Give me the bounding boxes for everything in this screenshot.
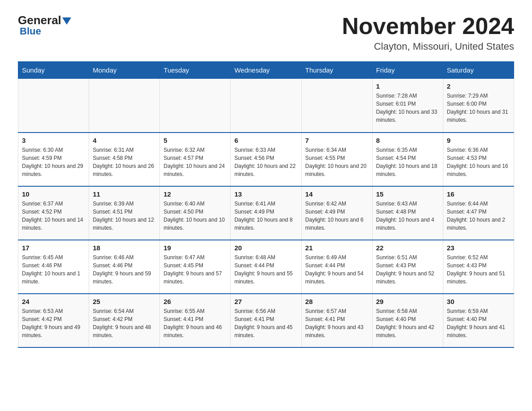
calendar-cell-w1-d6: 1Sunrise: 7:28 AM Sunset: 6:01 PM Daylig…: [372, 79, 443, 133]
calendar-cell-w1-d3: [160, 79, 231, 133]
day-number-20: 20: [234, 244, 297, 252]
day-number-1: 1: [376, 82, 439, 90]
calendar-cell-w4-d6: 22Sunrise: 6:51 AM Sunset: 4:43 PM Dayli…: [372, 240, 443, 294]
calendar-cell-w3-d2: 11Sunrise: 6:39 AM Sunset: 4:51 PM Dayli…: [89, 186, 160, 240]
calendar-cell-w4-d7: 23Sunrise: 6:52 AM Sunset: 4:43 PM Dayli…: [443, 240, 514, 294]
calendar-cell-w3-d4: 13Sunrise: 6:41 AM Sunset: 4:49 PM Dayli…: [231, 186, 301, 240]
day-info-12: Sunrise: 6:40 AM Sunset: 4:50 PM Dayligh…: [163, 200, 227, 232]
day-number-19: 19: [163, 244, 227, 252]
title-block: November 2024 Clayton, Missouri, United …: [342, 13, 514, 52]
calendar-cell-w4-d5: 21Sunrise: 6:49 AM Sunset: 4:44 PM Dayli…: [301, 240, 372, 294]
day-info-4: Sunrise: 6:31 AM Sunset: 4:58 PM Dayligh…: [93, 146, 156, 178]
day-info-30: Sunrise: 6:59 AM Sunset: 4:40 PM Dayligh…: [447, 307, 510, 339]
calendar-cell-w3-d3: 12Sunrise: 6:40 AM Sunset: 4:50 PM Dayli…: [160, 186, 231, 240]
calendar-cell-w1-d7: 2Sunrise: 7:29 AM Sunset: 6:00 PM Daylig…: [443, 79, 514, 133]
day-info-14: Sunrise: 6:42 AM Sunset: 4:49 PM Dayligh…: [305, 200, 369, 232]
calendar-cell-w2-d6: 8Sunrise: 6:35 AM Sunset: 4:54 PM Daylig…: [372, 133, 443, 186]
calendar-cell-w2-d1: 3Sunrise: 6:30 AM Sunset: 4:59 PM Daylig…: [18, 133, 89, 186]
calendar-cell-w3-d6: 15Sunrise: 6:43 AM Sunset: 4:48 PM Dayli…: [372, 186, 443, 240]
day-number-17: 17: [22, 244, 85, 252]
day-info-26: Sunrise: 6:55 AM Sunset: 4:41 PM Dayligh…: [163, 307, 227, 339]
day-number-14: 14: [305, 190, 369, 198]
calendar-cell-w1-d2: [89, 79, 160, 133]
calendar-cell-w2-d5: 7Sunrise: 6:34 AM Sunset: 4:55 PM Daylig…: [301, 133, 372, 186]
calendar-cell-w4-d1: 17Sunrise: 6:45 AM Sunset: 4:46 PM Dayli…: [18, 240, 89, 294]
header-monday: Monday: [89, 62, 160, 79]
calendar-cell-w2-d2: 4Sunrise: 6:31 AM Sunset: 4:58 PM Daylig…: [89, 133, 160, 186]
day-info-23: Sunrise: 6:52 AM Sunset: 4:43 PM Dayligh…: [447, 253, 510, 286]
day-number-26: 26: [163, 298, 227, 305]
day-number-3: 3: [22, 137, 85, 144]
day-info-11: Sunrise: 6:39 AM Sunset: 4:51 PM Dayligh…: [93, 200, 156, 232]
day-number-22: 22: [376, 244, 439, 252]
day-info-28: Sunrise: 6:57 AM Sunset: 4:41 PM Dayligh…: [305, 307, 369, 339]
day-info-8: Sunrise: 6:35 AM Sunset: 4:54 PM Dayligh…: [376, 146, 439, 178]
calendar-title: November 2024: [342, 13, 514, 39]
day-number-8: 8: [376, 137, 439, 144]
day-number-4: 4: [93, 137, 156, 144]
day-info-21: Sunrise: 6:49 AM Sunset: 4:44 PM Dayligh…: [305, 253, 369, 286]
day-info-24: Sunrise: 6:53 AM Sunset: 4:42 PM Dayligh…: [22, 307, 85, 339]
day-number-10: 10: [22, 190, 85, 198]
day-number-25: 25: [93, 298, 156, 305]
day-info-22: Sunrise: 6:51 AM Sunset: 4:43 PM Dayligh…: [376, 253, 439, 286]
header-wednesday: Wednesday: [231, 62, 301, 79]
day-number-9: 9: [447, 137, 510, 144]
calendar-cell-w5-d1: 24Sunrise: 6:53 AM Sunset: 4:42 PM Dayli…: [18, 294, 89, 347]
day-info-13: Sunrise: 6:41 AM Sunset: 4:49 PM Dayligh…: [234, 200, 297, 232]
day-number-12: 12: [163, 190, 227, 198]
week-row-1: 1Sunrise: 7:28 AM Sunset: 6:01 PM Daylig…: [18, 79, 514, 133]
page-header: General Blue November 2024 Clayton, Miss…: [18, 13, 514, 52]
day-info-5: Sunrise: 6:32 AM Sunset: 4:57 PM Dayligh…: [163, 146, 227, 178]
day-number-16: 16: [447, 190, 510, 198]
header-thursday: Thursday: [301, 62, 372, 79]
day-number-2: 2: [447, 82, 510, 90]
header-friday: Friday: [372, 62, 443, 79]
calendar-cell-w4-d4: 20Sunrise: 6:48 AM Sunset: 4:44 PM Dayli…: [231, 240, 301, 294]
day-info-16: Sunrise: 6:44 AM Sunset: 4:47 PM Dayligh…: [447, 200, 510, 232]
calendar-cell-w1-d4: [231, 79, 301, 133]
calendar-body: 1Sunrise: 7:28 AM Sunset: 6:01 PM Daylig…: [18, 79, 514, 347]
day-number-7: 7: [305, 137, 369, 144]
day-info-18: Sunrise: 6:46 AM Sunset: 4:46 PM Dayligh…: [93, 253, 156, 286]
header-tuesday: Tuesday: [160, 62, 231, 79]
day-info-25: Sunrise: 6:54 AM Sunset: 4:42 PM Dayligh…: [93, 307, 156, 339]
day-info-19: Sunrise: 6:47 AM Sunset: 4:45 PM Dayligh…: [163, 253, 227, 286]
calendar-cell-w1-d5: [301, 79, 372, 133]
day-number-23: 23: [447, 244, 510, 252]
calendar-cell-w5-d7: 30Sunrise: 6:59 AM Sunset: 4:40 PM Dayli…: [443, 294, 514, 347]
week-row-4: 17Sunrise: 6:45 AM Sunset: 4:46 PM Dayli…: [18, 240, 514, 294]
week-row-3: 10Sunrise: 6:37 AM Sunset: 4:52 PM Dayli…: [18, 186, 514, 240]
day-info-1: Sunrise: 7:28 AM Sunset: 6:01 PM Dayligh…: [376, 92, 439, 124]
calendar-cell-w4-d3: 19Sunrise: 6:47 AM Sunset: 4:45 PM Dayli…: [160, 240, 231, 294]
day-info-27: Sunrise: 6:56 AM Sunset: 4:41 PM Dayligh…: [234, 307, 297, 339]
logo: General Blue: [18, 13, 71, 37]
calendar-cell-w5-d3: 26Sunrise: 6:55 AM Sunset: 4:41 PM Dayli…: [160, 294, 231, 347]
day-number-29: 29: [376, 298, 439, 305]
day-number-28: 28: [305, 298, 369, 305]
week-row-5: 24Sunrise: 6:53 AM Sunset: 4:42 PM Dayli…: [18, 294, 514, 347]
day-number-11: 11: [93, 190, 156, 198]
day-info-10: Sunrise: 6:37 AM Sunset: 4:52 PM Dayligh…: [22, 200, 85, 232]
calendar-cell-w5-d2: 25Sunrise: 6:54 AM Sunset: 4:42 PM Dayli…: [89, 294, 160, 347]
day-info-29: Sunrise: 6:58 AM Sunset: 4:40 PM Dayligh…: [376, 307, 439, 339]
logo-blue-text: Blue: [20, 26, 41, 37]
calendar-cell-w3-d7: 16Sunrise: 6:44 AM Sunset: 4:47 PM Dayli…: [443, 186, 514, 240]
day-info-20: Sunrise: 6:48 AM Sunset: 4:44 PM Dayligh…: [234, 253, 297, 286]
calendar-table: SundayMondayTuesdayWednesdayThursdayFrid…: [18, 61, 514, 348]
calendar-cell-w5-d6: 29Sunrise: 6:58 AM Sunset: 4:40 PM Dayli…: [372, 294, 443, 347]
day-number-24: 24: [22, 298, 85, 305]
day-number-13: 13: [234, 190, 297, 198]
logo-triangle-icon: [62, 17, 71, 25]
day-number-21: 21: [305, 244, 369, 252]
header-sunday: Sunday: [18, 62, 89, 79]
week-row-2: 3Sunrise: 6:30 AM Sunset: 4:59 PM Daylig…: [18, 133, 514, 186]
calendar-cell-w4-d2: 18Sunrise: 6:46 AM Sunset: 4:46 PM Dayli…: [89, 240, 160, 294]
day-number-15: 15: [376, 190, 439, 198]
calendar-cell-w3-d1: 10Sunrise: 6:37 AM Sunset: 4:52 PM Dayli…: [18, 186, 89, 240]
days-of-week-row: SundayMondayTuesdayWednesdayThursdayFrid…: [18, 62, 514, 79]
day-info-2: Sunrise: 7:29 AM Sunset: 6:00 PM Dayligh…: [447, 92, 510, 124]
day-info-9: Sunrise: 6:36 AM Sunset: 4:53 PM Dayligh…: [447, 146, 510, 178]
calendar-cell-w1-d1: [18, 79, 89, 133]
day-number-5: 5: [163, 137, 227, 144]
